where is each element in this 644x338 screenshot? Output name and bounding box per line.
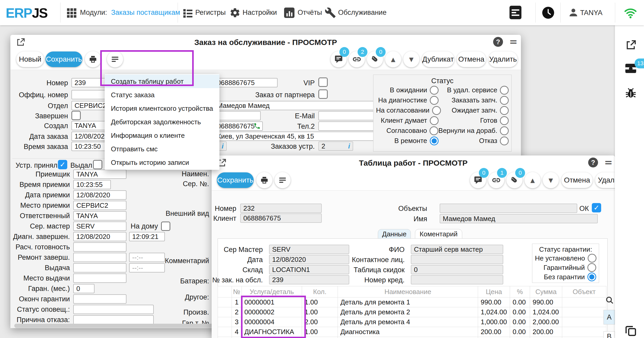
menu-item[interactable]: Статус заказа [105, 88, 219, 102]
status-radio[interactable] [500, 116, 509, 125]
cancel-button[interactable]: Отмена [457, 51, 486, 67]
status-radio[interactable] [430, 126, 438, 135]
comments-button[interactable]: 0 [331, 51, 347, 67]
menu-item[interactable]: Дебиторская задолженность [105, 115, 219, 129]
device-orders-field[interactable]: 2 i [318, 141, 353, 151]
wt-client-field[interactable]: 0688867675 [240, 213, 322, 223]
device-field[interactable]: SERV [73, 222, 126, 231]
device-field[interactable] [73, 274, 126, 283]
table-row-empty[interactable] [218, 337, 606, 338]
device-field[interactable] [73, 263, 126, 272]
master-field[interactable]: SERV [269, 245, 349, 254]
minimize-icon[interactable]: = [509, 36, 518, 47]
modules-current-link[interactable]: Заказы поставщикам [111, 9, 180, 17]
discount-field[interactable]: 0 [411, 265, 503, 274]
status-radio[interactable] [500, 86, 509, 95]
prev-record-button[interactable]: ▲ [525, 172, 541, 188]
help-icon[interactable]: ? [493, 37, 503, 47]
print-button[interactable] [256, 172, 272, 188]
open-external-icon[interactable] [624, 39, 637, 52]
clock-icon[interactable] [542, 6, 555, 19]
order-ref-field[interactable]: 239 [269, 275, 349, 284]
device-field[interactable] [73, 315, 154, 324]
device-accepted-checkbox[interactable]: ✓ [58, 160, 67, 169]
client-name-field[interactable]: Мамедов Мамед [214, 101, 395, 110]
next-record-button[interactable]: ▼ [543, 172, 559, 188]
save-button[interactable]: Сохранить [217, 172, 254, 188]
prev-record-button[interactable]: ▲ [385, 51, 401, 67]
cancel-button[interactable]: Отмена [561, 172, 593, 188]
info-icon[interactable]: i [348, 142, 350, 150]
next-record-button[interactable]: ▼ [403, 51, 419, 67]
wt-num-field[interactable]: 232 [240, 204, 322, 213]
device-field[interactable]: 12/08/2020 [73, 190, 126, 200]
user-name[interactable]: TANYA [580, 9, 602, 17]
attachments-button[interactable]: 0 [367, 51, 383, 67]
warehouse-field[interactable]: LOCATION1 [269, 265, 349, 274]
device-field[interactable] [73, 242, 126, 252]
date-field[interactable]: 12/08/2020 [269, 255, 349, 264]
warranty-radio[interactable] [587, 272, 596, 281]
links-button[interactable]: 2 [349, 51, 365, 67]
contact-field[interactable] [411, 255, 503, 264]
actions-menu-button[interactable] [107, 51, 123, 67]
actions-menu-button[interactable] [274, 172, 291, 188]
delete-button[interactable]: Удалить [488, 51, 518, 67]
vip-checkbox[interactable] [318, 77, 328, 87]
menu-item[interactable]: История клиентского устройства [105, 102, 219, 115]
address-field[interactable]: Киев, ул Зареченская 45, кв 15 [214, 132, 395, 141]
nav-settings[interactable]: Настройки [243, 9, 277, 17]
tab-data[interactable]: Данные [378, 229, 411, 239]
device-field[interactable]: СЕРВИС2 [73, 201, 126, 210]
device-field[interactable]: 10:23:55 [73, 180, 111, 189]
device-field[interactable] [73, 253, 126, 262]
help-icon[interactable]: ? [588, 158, 598, 167]
partner-checkbox[interactable] [318, 89, 328, 99]
warranty-radio[interactable] [587, 263, 596, 272]
status-radio[interactable] [430, 86, 439, 95]
inbox-icon[interactable]: 131 [624, 62, 637, 75]
table-row[interactable]: 1000000011.00Деталь для ремонта 1990.000… [218, 297, 606, 307]
minimize-icon[interactable]: = [604, 157, 613, 168]
nav-reports[interactable]: Отчёты [298, 9, 322, 17]
wifi-icon[interactable] [624, 6, 637, 20]
status-radio[interactable] [500, 96, 509, 105]
status-radio[interactable] [430, 116, 439, 125]
objects-field[interactable] [440, 204, 577, 213]
save-button[interactable]: Сохранить [45, 51, 82, 67]
device-field-time[interactable]: 12:09:21 [129, 232, 165, 241]
warranty-radio[interactable] [588, 254, 596, 263]
device-field[interactable]: 0 [73, 284, 95, 293]
comments-button[interactable]: 0 [470, 172, 486, 188]
table-row[interactable]: 4ДИАГНОСТИКА1.00Диагностика200.000.00200… [218, 327, 606, 337]
modules-grid-icon[interactable] [67, 8, 76, 18]
device-field[interactable]: TANYA [73, 170, 126, 179]
app-logo[interactable]: ERPJS [6, 5, 48, 21]
fio-field[interactable]: Старший серв мастер [411, 245, 503, 254]
new-button[interactable]: Новый [16, 51, 44, 67]
links-button[interactable]: 1 [488, 172, 504, 188]
nav-maintenance[interactable]: Обслуживание [338, 9, 386, 17]
device-field[interactable] [73, 305, 154, 314]
ok-checkbox[interactable]: ✓ [592, 203, 601, 212]
nav-registers[interactable]: Регистры [195, 9, 226, 17]
journal-icon[interactable] [509, 6, 521, 19]
tab-comment[interactable]: Коментарий [415, 229, 462, 239]
home-service-checkbox[interactable] [161, 222, 170, 231]
status-radio[interactable] [432, 106, 441, 115]
credit-field[interactable] [411, 275, 503, 284]
menu-item[interactable]: Открыть историю записи [105, 156, 219, 169]
menu-item[interactable]: Создать таблицу работ [105, 75, 219, 88]
wt-name-field[interactable]: Мамедов Мамед [440, 214, 598, 223]
status-radio[interactable] [430, 136, 439, 145]
status-radio[interactable] [500, 126, 509, 135]
completed-checkbox[interactable] [71, 111, 81, 120]
status-radio[interactable] [500, 136, 509, 145]
device-issued-checkbox[interactable] [93, 160, 102, 169]
menu-item[interactable]: Информация о клиенте [105, 129, 219, 142]
duplicate-button[interactable]: Дубликат [422, 51, 454, 67]
delete-button[interactable]: Удалить [595, 172, 615, 188]
table-filter-b-button[interactable]: В [603, 331, 615, 338]
table-row[interactable]: 3000000042.00Деталь для ремонта 41,000.0… [218, 317, 606, 327]
table-filter-a-button[interactable]: А [603, 310, 615, 324]
